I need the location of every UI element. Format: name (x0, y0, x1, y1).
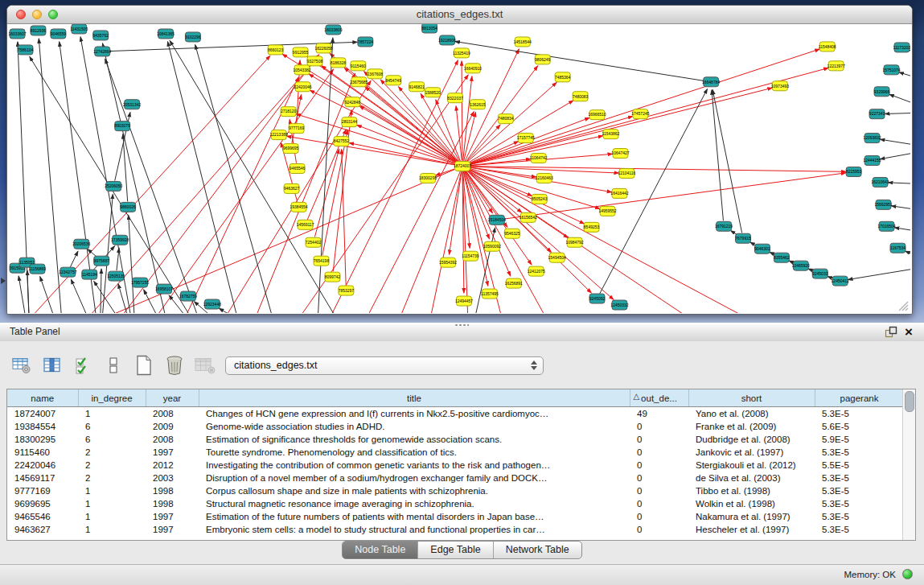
graph-edge[interactable] (292, 95, 302, 143)
graph-node[interactable]: 8099742 (325, 272, 341, 282)
graph-node[interactable]: 9115460 (351, 61, 366, 71)
table-cell[interactable]: 2012 (146, 459, 199, 472)
graph-node[interactable]: 8660123 (268, 45, 284, 55)
graph-node[interactable]: 16791219 (715, 221, 733, 231)
graph-node[interactable]: 7480083 (573, 92, 589, 101)
table-cell[interactable]: 2 (78, 446, 146, 459)
graph-node[interactable]: 12742864 (93, 47, 111, 56)
graph-node[interactable]: 17359928 (111, 235, 129, 245)
graph-node[interactable]: 9146821 (409, 82, 425, 92)
table-cell[interactable]: 1998 (146, 497, 199, 510)
table-cell[interactable]: Hescheler et al. (1997) (688, 523, 815, 536)
table-row[interactable]: 946554611997Estimation of the future num… (7, 510, 904, 523)
table-cell[interactable]: Embryonic stem cells: a model to study s… (199, 523, 630, 536)
new-file-button[interactable] (132, 353, 155, 377)
graph-edge[interactable] (101, 194, 113, 313)
graph-node[interactable]: 16640910 (464, 64, 482, 73)
graph-node[interactable]: 8505243 (532, 194, 548, 204)
table-cell[interactable]: 6 (78, 420, 146, 433)
table-settings-button[interactable] (10, 353, 33, 377)
graph-node[interactable]: 9463627 (284, 183, 300, 193)
table-cell[interactable]: Genome-wide association studies in ADHD. (199, 420, 630, 433)
graph-node[interactable]: 11543862 (602, 130, 620, 139)
table-scrollbar-thumb[interactable] (905, 391, 914, 412)
graph-edge[interactable] (713, 90, 741, 233)
table-cell[interactable]: 2008 (146, 433, 199, 446)
graph-edge[interactable] (891, 206, 910, 212)
graph-node[interactable]: 10973493 (771, 81, 789, 91)
graph-node[interactable]: 12160463 (536, 173, 553, 183)
graph-node[interactable]: 17957255 (131, 278, 149, 287)
graph-node[interactable]: 9242848 (345, 97, 361, 107)
table-cell[interactable]: 0 (630, 459, 688, 472)
tab-edge-table[interactable]: Edge Table (417, 542, 492, 558)
table-cell[interactable]: 1997 (146, 446, 199, 459)
table-cell[interactable]: 0 (630, 433, 688, 446)
graph-node[interactable]: 16416442 (610, 188, 628, 198)
graph-node[interactable]: 20531342 (123, 100, 141, 109)
table-cell[interactable]: 9699695 (7, 497, 78, 510)
table-cell[interactable]: 9777169 (7, 484, 78, 497)
graph-node[interactable]: 9227343 (869, 109, 885, 119)
table-cell[interactable]: 5.6E-5 (815, 420, 904, 433)
graph-node[interactable]: 10543382 (293, 65, 310, 75)
graph-node[interactable]: 9329966 (874, 87, 890, 97)
graph-edge[interactable] (392, 171, 460, 313)
table-cell[interactable]: Investigating the contribution of common… (199, 459, 630, 472)
table-cell[interactable]: 0 (630, 510, 688, 523)
graph-edge[interactable] (470, 228, 495, 313)
import-table-button[interactable] (193, 353, 216, 377)
table-cell[interactable]: 19384554 (7, 420, 78, 433)
graph-node[interactable]: 9327508 (307, 56, 323, 66)
table-cell[interactable]: 0 (630, 472, 688, 484)
graph-node[interactable]: 9699695 (283, 144, 299, 154)
graph-node[interactable]: 9860026 (120, 202, 136, 212)
graph-node[interactable]: 12444155 (864, 156, 881, 166)
graph-node[interactable]: 12213389 (270, 130, 288, 140)
table-cell[interactable]: Dudbridge et al. (2008) (688, 433, 815, 446)
graph-node[interactable]: 22420046 (294, 82, 311, 92)
graph-edge[interactable] (322, 130, 348, 255)
graph-node[interactable]: 10465920 (792, 261, 810, 270)
table-cell[interactable]: Wolkin et al. (1998) (688, 497, 815, 510)
window-resize-grip[interactable] (896, 299, 909, 311)
table-cell[interactable]: Yano et al. (2008) (688, 407, 815, 421)
graph-node[interactable]: 8322037 (447, 93, 463, 103)
table-row[interactable]: 1456911722003Disruption of a novel membe… (7, 472, 904, 484)
column-header-out_de[interactable]: △out_de... (630, 389, 688, 407)
graph-node[interactable]: 8427552 (334, 137, 350, 146)
column-header-name[interactable]: name (7, 389, 78, 407)
graph-node[interactable]: 15494504 (548, 253, 566, 262)
graph-edge[interactable] (503, 173, 846, 220)
window-titlebar[interactable]: citations_edges.txt (7, 6, 912, 24)
graph-node[interactable]: 12213977 (827, 61, 845, 71)
table-cell[interactable]: 14569117 (7, 472, 78, 484)
graph-node[interactable]: 15184504 (488, 215, 506, 225)
graph-edge[interactable] (462, 61, 462, 161)
table-cell[interactable]: 5.3E-5 (815, 497, 904, 510)
table-row[interactable]: 977716911998Corpus callosum shape and si… (7, 484, 904, 497)
column-header-short[interactable]: short (688, 389, 815, 407)
graph-edge[interactable] (117, 248, 119, 270)
graph-node[interactable]: 8912936 (31, 26, 47, 35)
graph-edge[interactable] (463, 171, 487, 286)
table-cell[interactable]: Structural magnetic resonance image aver… (199, 497, 630, 510)
graph-node[interactable]: 14518544 (514, 37, 532, 47)
graph-node[interactable]: 7857224 (358, 37, 374, 47)
graph-edge[interactable] (889, 183, 910, 184)
graph-node[interactable]: 16156542 (519, 212, 537, 222)
table-cell[interactable]: 2009 (146, 420, 199, 433)
graph-node[interactable]: 16210643 (871, 177, 889, 187)
graph-edge[interactable] (894, 228, 910, 233)
graph-node[interactable]: 25206050 (105, 181, 122, 191)
graph-node[interactable]: 8549253 (584, 222, 600, 232)
graph-edge[interactable] (195, 45, 279, 313)
graph-node[interactable]: 9046559 (51, 29, 67, 39)
table-cell[interactable]: 9465546 (7, 510, 78, 523)
table-row[interactable]: 1938455462009Genome-wide association stu… (7, 420, 904, 433)
graph-edge[interactable] (70, 251, 78, 267)
table-cell[interactable]: Jankovic et al. (1997) (688, 446, 815, 459)
graph-node[interactable]: 12412075 (528, 266, 545, 276)
table-cell[interactable]: 9115460 (7, 446, 78, 459)
graph-node[interactable]: 9435762 (93, 31, 109, 40)
